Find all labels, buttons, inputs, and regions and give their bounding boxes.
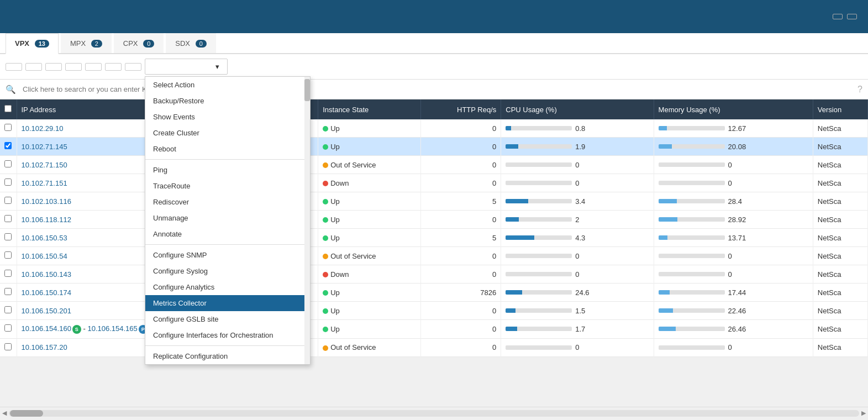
- dropdown-item-select-action[interactable]: Select Action: [145, 77, 310, 93]
- ip-link[interactable]: 10.106.154.160: [22, 324, 71, 333]
- row-version: NetSca: [813, 265, 867, 284]
- remove-button[interactable]: [45, 63, 62, 71]
- ip-link[interactable]: 10.102.29.10: [22, 124, 64, 133]
- dropdown-item-configure-syslog[interactable]: Configure Syslog: [145, 263, 310, 279]
- scroll-left-arrow[interactable]: ◀: [2, 410, 7, 417]
- table-row: 10.102.71.150 NS150 Out of Service 0 0 0…: [0, 156, 868, 174]
- memory-value: 0: [728, 252, 732, 260]
- tab-vpx[interactable]: VPX 13: [6, 33, 59, 54]
- dropdown-item-create-cluster[interactable]: Create Cluster: [145, 125, 310, 141]
- memory-progress-bar: [659, 162, 725, 167]
- table-row: 10.106.150.53 -- Up 5 4.3 13.71 NetSca: [0, 229, 868, 247]
- row-memory: 28.4: [654, 192, 813, 211]
- add-button[interactable]: [6, 63, 22, 71]
- memory-progress-fill: [659, 144, 672, 149]
- row-checkbox[interactable]: [4, 197, 12, 204]
- external-link-button[interactable]: [847, 14, 857, 19]
- ip-link-2[interactable]: 10.106.154.165: [87, 324, 137, 333]
- row-checkbox[interactable]: [4, 215, 12, 222]
- row-memory: 0: [654, 156, 813, 174]
- row-checkbox[interactable]: [4, 288, 12, 295]
- row-checkbox[interactable]: [4, 251, 12, 259]
- cpu-progress-fill: [506, 126, 511, 130]
- tab-mpx[interactable]: MPX 2: [61, 33, 112, 53]
- table-row: 10.102.71.151 DUT151 Down 0 0 0 NetSca: [0, 174, 868, 192]
- dropdown-item-configure-analytics[interactable]: Configure Analytics: [145, 279, 310, 295]
- row-checkbox[interactable]: [4, 343, 12, 350]
- partitions-button[interactable]: [125, 63, 141, 71]
- ip-link[interactable]: 10.102.71.150: [22, 161, 67, 169]
- dropdown-item-configure-interfaces[interactable]: Configure Interfaces for Orchestration: [145, 327, 310, 343]
- chevron-down-icon: ▾: [215, 62, 219, 71]
- ip-link[interactable]: 10.106.118.112: [22, 216, 71, 224]
- row-checkbox[interactable]: [4, 124, 12, 131]
- col-http-req: HTTP Req/s: [421, 99, 501, 119]
- memory-value: 20.08: [728, 143, 746, 151]
- row-memory: 0: [654, 338, 813, 356]
- status-dot: [323, 327, 328, 332]
- cpu-progress-bar: [506, 126, 572, 130]
- dropdown-item-annotate[interactable]: Annotate: [145, 226, 310, 242]
- row-checkbox[interactable]: [4, 233, 12, 240]
- row-checkbox[interactable]: [4, 324, 12, 332]
- row-checkbox-cell: [0, 211, 17, 229]
- row-checkbox-cell: [0, 229, 17, 247]
- tab-cpx[interactable]: CPX 0: [114, 33, 164, 53]
- scroll-right-arrow[interactable]: ▶: [861, 410, 866, 417]
- row-state: Down: [318, 265, 421, 284]
- help-icon[interactable]: ?: [858, 85, 862, 95]
- dashboard-button[interactable]: [65, 63, 82, 71]
- horizontal-scrollbar[interactable]: ◀ ▶: [0, 407, 868, 419]
- row-checkbox[interactable]: [4, 142, 12, 149]
- sdx-badge: 0: [196, 40, 207, 48]
- ip-link[interactable]: 10.102.103.116: [22, 197, 71, 206]
- table-row: 10.106.150.201 -- Up 0 1.5 22.46 NetSca: [0, 302, 868, 320]
- memory-value: 22.46: [728, 307, 746, 315]
- row-state: Up: [318, 320, 421, 339]
- memory-progress-bar: [659, 345, 725, 350]
- ip-link[interactable]: 10.106.150.174: [22, 288, 71, 297]
- row-version: NetSca: [813, 174, 867, 192]
- dropdown-item-reboot[interactable]: Reboot: [145, 141, 310, 157]
- dropdown-item-configure-snmp[interactable]: Configure SNMP: [145, 247, 310, 263]
- select-action-menu: Select Action Backup/Restore Show Events…: [145, 76, 311, 365]
- dropdown-item-replicate-config[interactable]: Replicate Configuration: [145, 348, 310, 364]
- ip-link[interactable]: 10.106.157.20: [22, 343, 67, 351]
- ip-link[interactable]: 10.106.150.54: [22, 252, 67, 260]
- cpu-progress-bar: [506, 199, 572, 203]
- dropdown-item-traceroute[interactable]: TraceRoute: [145, 178, 310, 194]
- row-checkbox[interactable]: [4, 270, 12, 277]
- dropdown-item-metrics-collector[interactable]: Metrics Collector: [145, 295, 310, 311]
- ip-link[interactable]: 10.102.71.151: [22, 179, 67, 187]
- cpu-progress-bar: [506, 217, 572, 222]
- memory-progress-bar: [659, 327, 725, 331]
- tab-sdx[interactable]: SDX 0: [166, 33, 215, 53]
- ip-link[interactable]: 10.106.150.143: [22, 270, 71, 279]
- edit-button[interactable]: [25, 63, 42, 71]
- cpu-value: 0: [575, 270, 579, 279]
- row-memory: 13.71: [654, 229, 813, 247]
- refresh-button[interactable]: [833, 14, 843, 19]
- profiles-button[interactable]: [105, 63, 122, 71]
- row-checkbox-cell: [0, 119, 17, 138]
- dropdown-item-rediscover[interactable]: Rediscover: [145, 194, 310, 210]
- dropdown-item-configure-gslb[interactable]: Configure GSLB site: [145, 311, 310, 327]
- row-checkbox[interactable]: [4, 179, 12, 186]
- row-checkbox[interactable]: [4, 306, 12, 313]
- ip-link[interactable]: 10.102.71.145: [22, 143, 67, 151]
- select-all-checkbox[interactable]: [4, 105, 12, 112]
- select-action-button[interactable]: ▾: [145, 59, 228, 75]
- dropdown-item-ping[interactable]: Ping: [145, 162, 310, 178]
- dropdown-item-unmanage[interactable]: Unmanage: [145, 210, 310, 226]
- header-actions: [833, 14, 857, 19]
- tags-button[interactable]: [85, 63, 102, 71]
- ip-link[interactable]: 10.106.150.53: [22, 234, 67, 242]
- memory-progress-bar: [659, 235, 725, 240]
- dropdown-item-backup-restore[interactable]: Backup/Restore: [145, 93, 310, 109]
- ip-link[interactable]: 10.106.150.201: [22, 307, 71, 315]
- dropdown-item-show-events[interactable]: Show Events: [145, 109, 310, 125]
- dropdown-scrollbar[interactable]: [304, 77, 310, 364]
- row-http-req: 0: [421, 156, 501, 174]
- search-bar: 🔍 ?: [0, 80, 868, 99]
- row-checkbox[interactable]: [4, 160, 12, 167]
